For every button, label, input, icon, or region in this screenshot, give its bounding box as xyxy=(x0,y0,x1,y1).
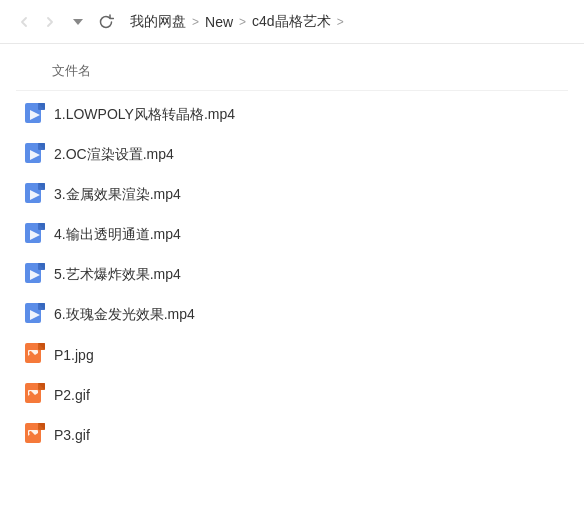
breadcrumb-sep-2: > xyxy=(239,15,246,29)
svg-point-40 xyxy=(29,431,32,434)
breadcrumb-new[interactable]: New xyxy=(205,14,233,30)
list-item[interactable]: 4.输出透明通道.mp4 xyxy=(16,215,568,255)
file-name: P3.gif xyxy=(54,427,90,443)
refresh-icon xyxy=(98,14,114,30)
video-file-icon xyxy=(24,262,46,288)
more-options-button[interactable] xyxy=(66,10,90,34)
file-name: 1.LOWPOLY风格转晶格.mp4 xyxy=(54,106,235,124)
main-content: 文件名 1.LOWPOLY风格转晶格.mp4 2.OC渲染设置.mp4 xyxy=(0,44,584,467)
forward-button[interactable] xyxy=(38,10,62,34)
file-name: 6.玫瑰金发光效果.mp4 xyxy=(54,306,195,324)
list-item[interactable]: P3.gif xyxy=(16,415,568,455)
video-file-icon xyxy=(24,222,46,248)
image-file-icon xyxy=(24,422,46,448)
list-item[interactable]: 5.艺术爆炸效果.mp4 xyxy=(16,255,568,295)
video-file-icon xyxy=(24,302,46,328)
file-name: 2.OC渲染设置.mp4 xyxy=(54,146,174,164)
list-item[interactable]: 1.LOWPOLY风格转晶格.mp4 xyxy=(16,95,568,135)
list-item[interactable]: P1.jpg xyxy=(16,335,568,375)
file-name: 4.输出透明通道.mp4 xyxy=(54,226,181,244)
list-item[interactable]: 6.玫瑰金发光效果.mp4 xyxy=(16,295,568,335)
column-header: 文件名 xyxy=(16,56,568,91)
svg-point-28 xyxy=(29,351,32,354)
file-name: 3.金属效果渲染.mp4 xyxy=(54,186,181,204)
image-file-icon xyxy=(24,382,46,408)
file-list: 1.LOWPOLY风格转晶格.mp4 2.OC渲染设置.mp4 3.金属效果渲染… xyxy=(16,95,568,455)
list-item[interactable]: 3.金属效果渲染.mp4 xyxy=(16,175,568,215)
nav-bar: 我的网盘 > New > c4d晶格艺术 > xyxy=(0,0,584,44)
svg-point-34 xyxy=(29,391,32,394)
video-file-icon xyxy=(24,102,46,128)
back-button[interactable] xyxy=(12,10,36,34)
back-forward-group xyxy=(12,10,62,34)
list-item[interactable]: P2.gif xyxy=(16,375,568,415)
file-name: 5.艺术爆炸效果.mp4 xyxy=(54,266,181,284)
video-file-icon xyxy=(24,142,46,168)
image-file-icon xyxy=(24,342,46,368)
forward-icon xyxy=(44,16,56,28)
svg-marker-0 xyxy=(73,19,83,25)
breadcrumb-sep-1: > xyxy=(192,15,199,29)
back-icon xyxy=(18,16,30,28)
file-name: P2.gif xyxy=(54,387,90,403)
video-file-icon xyxy=(24,182,46,208)
refresh-button[interactable] xyxy=(94,10,118,34)
breadcrumb-home[interactable]: 我的网盘 xyxy=(130,13,186,31)
breadcrumb-sep-3: > xyxy=(337,15,344,29)
list-item[interactable]: 2.OC渲染设置.mp4 xyxy=(16,135,568,175)
file-name: P1.jpg xyxy=(54,347,94,363)
breadcrumb-current[interactable]: c4d晶格艺术 xyxy=(252,13,331,31)
breadcrumb: 我的网盘 > New > c4d晶格艺术 > xyxy=(130,13,344,31)
dropdown-icon xyxy=(73,17,83,27)
